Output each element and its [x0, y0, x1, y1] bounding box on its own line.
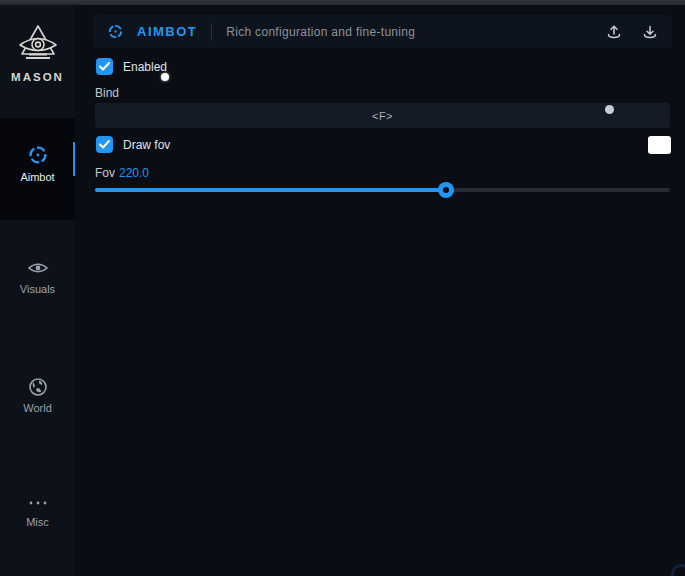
divider [211, 23, 212, 41]
check-icon [99, 62, 110, 71]
crosshair-icon [27, 144, 49, 166]
globe-icon [28, 377, 48, 397]
fov-label: Fov [95, 166, 115, 180]
mason-pyramid-eye-icon [15, 23, 61, 67]
draw-fov-checkbox[interactable] [96, 136, 113, 153]
page-header: AIMBOT Rich configuration and fine-tunin… [93, 15, 672, 48]
fov-slider[interactable] [95, 183, 670, 197]
fov-label-row: Fov220.0 [95, 166, 149, 180]
bind-value: <F> [372, 110, 393, 122]
header-actions [606, 24, 658, 40]
enabled-row: Enabled [96, 58, 167, 75]
bind-input[interactable]: <F> [95, 103, 670, 128]
enabled-checkbox[interactable] [96, 58, 113, 75]
sidebar-item-label: World [0, 402, 75, 414]
window-top-edge [0, 0, 685, 5]
upload-config-button[interactable] [606, 24, 622, 40]
brand-name: MASON [0, 71, 75, 83]
page-subtitle: Rich configuration and fine-tuning [226, 25, 415, 39]
bind-label: Bind [95, 86, 119, 100]
draw-fov-label: Draw fov [123, 138, 170, 152]
eye-icon [27, 258, 49, 278]
check-icon [99, 140, 110, 149]
enabled-label: Enabled [123, 60, 167, 74]
fov-slider-fill [95, 188, 446, 192]
fov-slider-handle[interactable] [438, 182, 454, 198]
sidebar-item-aimbot[interactable]: Aimbot [0, 118, 75, 220]
sidebar-item-misc[interactable]: Misc [0, 495, 75, 555]
sidebar-item-label: Visuals [0, 283, 75, 295]
sidebar-item-label: Misc [0, 516, 75, 528]
sidebar: MASON Aimbot Visuals World Misc [0, 5, 75, 576]
fov-value: 220.0 [119, 166, 149, 180]
sidebar-item-world[interactable]: World [0, 377, 75, 437]
draw-fov-row: Draw fov [96, 136, 170, 153]
upload-icon [606, 24, 622, 40]
brand-logo: MASON [0, 23, 75, 83]
active-tab-indicator [73, 142, 75, 176]
crosshair-icon [107, 23, 124, 40]
corner-artifact [671, 564, 685, 576]
sidebar-item-visuals[interactable]: Visuals [0, 258, 75, 318]
fov-color-swatch[interactable] [648, 136, 671, 154]
download-icon [642, 24, 658, 40]
ellipsis-icon [27, 495, 49, 511]
mouse-cursor-dot [161, 73, 169, 81]
download-config-button[interactable] [642, 24, 658, 40]
sidebar-item-label: Aimbot [0, 171, 75, 183]
cursor-dot [605, 105, 614, 114]
page-title: AIMBOT [137, 24, 197, 39]
